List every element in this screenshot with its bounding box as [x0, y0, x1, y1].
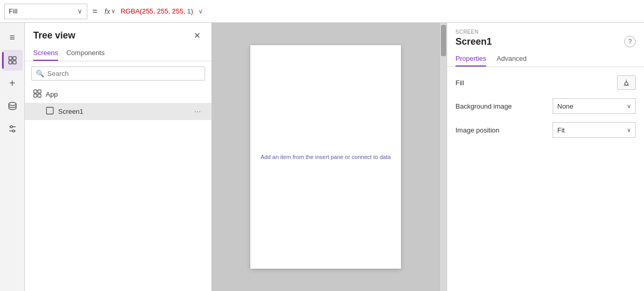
screen1-more-button[interactable]: ··· — [192, 107, 203, 116]
svg-rect-2 — [9, 61, 12, 64]
help-icon-button[interactable]: ? — [624, 36, 636, 47]
fill-icon — [622, 77, 631, 88]
fill-property-select[interactable]: Fill ∨ — [4, 4, 87, 19]
canvas-content: Add an item from the insert pane or conn… — [250, 45, 401, 269]
tree-title: Tree view — [33, 30, 75, 41]
svg-rect-3 — [13, 61, 16, 64]
svg-rect-13 — [47, 108, 53, 114]
main-area: ≡ + — [0, 23, 644, 291]
props-screen-label-text: SCREEN — [447, 23, 644, 36]
sidebar-add-icon[interactable]: + — [2, 73, 23, 94]
tab-components[interactable]: Components — [66, 46, 105, 61]
svg-point-8 — [12, 130, 15, 132]
search-input[interactable] — [47, 70, 200, 77]
svg-rect-11 — [34, 94, 37, 97]
image-position-value: Fit — [557, 126, 565, 134]
svg-rect-1 — [13, 57, 16, 60]
tree-search-container: 🔍 — [31, 67, 205, 81]
fill-select-label: Fill — [9, 7, 18, 15]
props-content: Fill Background image None — [447, 67, 644, 146]
sidebar-menu-icon[interactable]: ≡ — [2, 27, 23, 48]
tree-items: App Screen1 ··· — [25, 86, 211, 291]
props-tabs: Properties Advanced — [447, 51, 644, 67]
tree-close-button[interactable]: ✕ — [191, 29, 203, 42]
question-mark: ? — [628, 38, 632, 45]
canvas-area: Add an item from the insert pane or conn… — [212, 23, 447, 291]
canvas-scrollbar[interactable] — [439, 23, 447, 291]
background-image-dropdown[interactable]: None ∨ — [553, 98, 636, 114]
equals-sign: = — [90, 7, 99, 16]
image-position-dropdown[interactable]: Fit ∨ — [553, 122, 636, 138]
sidebar-controls-icon[interactable] — [2, 118, 23, 139]
props-screen-title-row: Screen1 ? — [447, 36, 644, 51]
fx-label: fx — [104, 7, 110, 16]
tab-advanced[interactable]: Advanced — [497, 51, 527, 67]
background-image-label: Background image — [455, 102, 512, 110]
fill-select-chevron: ∨ — [77, 7, 83, 15]
tab-screens[interactable]: Screens — [33, 46, 58, 61]
tree-item-app[interactable]: App — [25, 86, 211, 103]
props-row-image-position: Image position Fit ∨ — [455, 122, 636, 138]
background-image-value: None — [557, 102, 573, 110]
svg-rect-9 — [34, 90, 37, 93]
fx-chevron: ∨ — [111, 8, 115, 15]
tree-item-screen1[interactable]: Screen1 ··· — [25, 103, 211, 120]
svg-point-4 — [9, 102, 16, 105]
props-row-fill: Fill — [455, 75, 636, 90]
background-image-chevron: ∨ — [627, 103, 631, 110]
svg-rect-12 — [38, 94, 41, 97]
image-position-label: Image position — [455, 126, 500, 134]
props-screen-title: Screen1 — [455, 36, 492, 47]
formula-bar: Fill ∨ = fx ∨ RGBA(255, 255, 255, 1) ∨ — [0, 0, 644, 23]
formula-bar-chevron: ∨ — [198, 8, 203, 15]
fill-color-button[interactable] — [617, 75, 636, 90]
formula-text: RGBA(255, 255, 255, 1) — [120, 7, 193, 15]
tab-properties[interactable]: Properties — [455, 51, 486, 67]
svg-rect-0 — [9, 57, 12, 60]
tree-header: Tree view ✕ — [25, 23, 211, 46]
icon-sidebar: ≡ + — [0, 23, 25, 291]
fill-label: Fill — [455, 79, 464, 87]
scrollbar-thumb[interactable] — [441, 25, 446, 56]
sidebar-layers-icon[interactable] — [2, 50, 23, 71]
tree-panel: Tree view ✕ Screens Components 🔍 — [25, 23, 212, 291]
svg-rect-10 — [38, 90, 41, 93]
screen-icon — [46, 107, 54, 116]
canvas-placeholder: Add an item from the insert pane or conn… — [256, 149, 396, 165]
search-icon: 🔍 — [36, 70, 44, 77]
image-position-chevron: ∨ — [627, 127, 631, 134]
tree-tabs: Screens Components — [25, 46, 211, 61]
svg-point-6 — [10, 126, 12, 128]
sidebar-data-icon[interactable] — [2, 96, 23, 116]
tree-item-app-label: App — [46, 90, 203, 98]
fx-button[interactable]: fx ∨ — [102, 7, 117, 16]
svg-point-14 — [625, 82, 628, 85]
app-icon — [33, 89, 42, 99]
properties-panel: SCREEN Screen1 ? Properties Advanced Fil… — [447, 23, 644, 291]
tree-item-screen1-label: Screen1 — [58, 108, 188, 115]
props-row-background-image: Background image None ∨ — [455, 98, 636, 114]
